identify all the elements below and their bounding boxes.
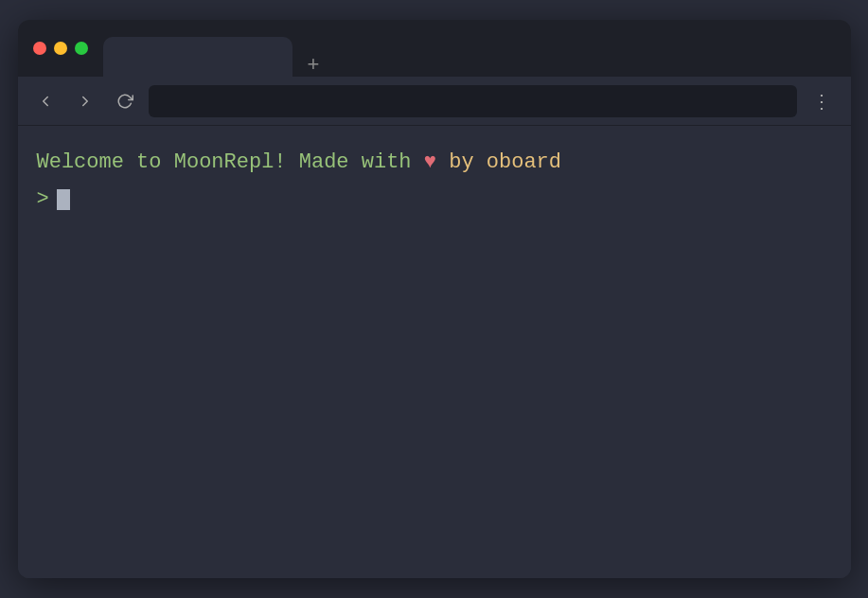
welcome-line: Welcome to MoonRepl! Made with ♥ by oboa… xyxy=(37,149,832,178)
address-bar[interactable] xyxy=(149,85,797,117)
back-button[interactable] xyxy=(29,87,62,115)
nav-bar: ⋮ xyxy=(18,77,851,126)
maximize-button[interactable] xyxy=(75,42,88,55)
welcome-text-part2: by oboard xyxy=(436,149,561,178)
tab-area: + xyxy=(103,20,836,77)
back-icon xyxy=(37,93,54,110)
prompt-symbol: > xyxy=(37,185,49,215)
forward-icon xyxy=(77,93,94,110)
reload-icon xyxy=(116,93,133,110)
minimize-button[interactable] xyxy=(54,42,67,55)
reload-button[interactable] xyxy=(109,87,141,115)
traffic-lights xyxy=(33,42,88,55)
terminal-content[interactable]: Welcome to MoonRepl! Made with ♥ by oboa… xyxy=(18,126,851,578)
close-button[interactable] xyxy=(33,42,46,55)
new-tab-button[interactable]: + xyxy=(296,52,331,77)
menu-button[interactable]: ⋮ xyxy=(805,84,840,118)
browser-window: + ⋮ Welcome to MoonRepl! Made with ♥ by … xyxy=(18,20,851,578)
welcome-text-part1: Welcome to MoonRepl! Made with xyxy=(37,149,424,178)
active-tab[interactable] xyxy=(103,37,292,77)
cursor xyxy=(57,189,70,210)
title-bar: + xyxy=(18,20,851,77)
prompt-line: > xyxy=(37,185,832,215)
forward-button[interactable] xyxy=(69,87,101,115)
heart-icon: ♥ xyxy=(424,149,436,178)
